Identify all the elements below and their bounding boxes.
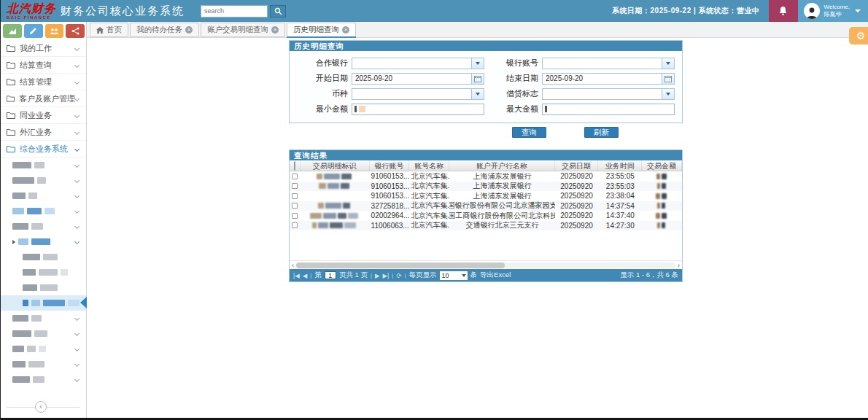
table-cell: 20250920 — [555, 182, 599, 192]
query-button[interactable]: 查询 — [512, 127, 546, 138]
table-cell: 交通银行北京三元支行 — [449, 221, 554, 231]
table-row[interactable]: 11006063...北京汽车集...交通银行北京三元支行2025092014:… — [290, 221, 682, 231]
scrollbar-track[interactable] — [296, 262, 675, 268]
scrollbar-thumb[interactable] — [296, 262, 505, 268]
currency-select[interactable] — [352, 88, 484, 100]
end-date-input[interactable]: 2025-09-20 — [542, 73, 675, 85]
column-header[interactable]: 交易明细标识 — [301, 160, 370, 171]
row-checkbox[interactable] — [292, 203, 298, 209]
redacted-block — [31, 223, 43, 230]
column-header[interactable]: 账号名称 — [409, 160, 449, 171]
table-row[interactable]: 91060153...北京汽车集...上海浦东发展银行2025092023:38… — [290, 191, 682, 201]
table-row[interactable]: 91060153...北京汽车集...上海浦东发展银行2025092023:55… — [290, 171, 682, 182]
page-number-input[interactable] — [325, 271, 336, 279]
notification-button[interactable] — [769, 0, 798, 22]
row-checkbox[interactable] — [292, 174, 298, 179]
sidebar-item-my-work[interactable]: 我的工作 — [1, 40, 86, 57]
sidebar-item-redacted[interactable] — [1, 372, 86, 387]
sidebar-item-redacted[interactable] — [1, 341, 86, 357]
start-date-value: 2025-09-20 — [352, 74, 392, 82]
user-menu[interactable]: Welcome, 陈胤华 — [798, 0, 868, 22]
tab-account-transaction-query[interactable]: 账户交易明细查询× — [201, 23, 285, 37]
tab-close-icon[interactable]: × — [271, 26, 279, 34]
start-date-label: 开始日期 — [295, 73, 348, 84]
row-checkbox[interactable] — [292, 193, 298, 199]
table-row[interactable]: 32725818...北京汽车集...中国银行股份有限公司北京潘家园支行2025… — [290, 201, 682, 211]
tab-close-icon[interactable]: × — [185, 26, 193, 34]
calendar-button[interactable] — [662, 74, 674, 84]
sidebar-item-redacted[interactable] — [1, 203, 86, 219]
sidebar-item-redacted[interactable] — [1, 311, 86, 326]
sidebar-item-forex-business[interactable]: 外汇业务 — [1, 124, 86, 141]
search-button[interactable] — [270, 5, 286, 18]
scroll-right-icon[interactable]: › — [678, 262, 680, 269]
sidebar-subitem-redacted[interactable] — [1, 249, 86, 265]
dropdown-arrow-button[interactable] — [662, 89, 674, 99]
debit-credit-select[interactable] — [542, 88, 675, 100]
folder-icon — [7, 44, 15, 52]
sidebar-item-redacted[interactable] — [1, 326, 86, 341]
prev-page-icon[interactable]: ◀ — [303, 272, 308, 279]
page-size-select[interactable]: 10 — [440, 271, 468, 280]
txn-id-redacted — [301, 182, 370, 192]
sidebar-collapse-button[interactable]: ‹ — [35, 401, 47, 413]
column-header[interactable]: 交易金额 — [642, 160, 682, 171]
last-page-icon[interactable]: ▶| — [383, 272, 390, 279]
sidebar-item-integrated-business-system[interactable]: 综合业务系统 — [1, 141, 86, 158]
sidebar-item-redacted[interactable] — [1, 158, 86, 173]
edit-button[interactable] — [24, 24, 43, 38]
settings-gear-button[interactable]: ⚙ — [849, 27, 868, 44]
refresh-icon[interactable]: ⟳ — [396, 272, 401, 279]
sidebar-item-interbank-business[interactable]: 同业业务 — [1, 107, 86, 124]
refresh-button[interactable]: 刷新 — [584, 127, 619, 138]
dropdown-arrow-button[interactable] — [471, 89, 484, 99]
tab-history-detail-query[interactable]: 历史明细查询× — [287, 23, 356, 37]
start-date-input[interactable]: 2025-09-20 — [352, 73, 484, 85]
calendar-button[interactable] — [471, 74, 484, 84]
redacted-block — [318, 222, 328, 228]
column-header[interactable]: 交易日期 — [555, 160, 599, 171]
sidebar-item-redacted[interactable] — [1, 234, 86, 249]
partner-bank-select[interactable] — [352, 58, 484, 69]
chevron-down-icon — [476, 62, 480, 65]
column-header[interactable]: 账户开户行名称 — [449, 160, 554, 171]
dropdown-arrow-button[interactable] — [471, 58, 484, 69]
next-page-icon[interactable]: ▶ — [375, 272, 380, 279]
table-row[interactable]: 02002964...北京汽车集...中国工商银行股份有限公司北京科技...20… — [290, 211, 682, 221]
sidebar-subitem-redacted-active[interactable] — [1, 295, 86, 311]
sidebar-item-settlement-query[interactable]: 结算查询 — [1, 57, 86, 74]
sidebar-item-redacted[interactable] — [1, 219, 86, 234]
column-header[interactable]: 业务时间 — [598, 160, 642, 171]
chart-button[interactable] — [3, 24, 22, 38]
sidebar-item-redacted[interactable] — [1, 173, 86, 188]
redacted-block — [12, 330, 31, 337]
table-row[interactable]: 91060153...北京汽车集...上海浦东发展银行2025092023:55… — [290, 182, 682, 192]
search-input[interactable] — [201, 5, 268, 18]
row-checkbox[interactable] — [292, 222, 298, 228]
sidebar-item-settlement-mgmt[interactable]: 结算管理 — [1, 74, 86, 90]
row-checkbox[interactable] — [292, 183, 298, 189]
users-button[interactable] — [45, 24, 64, 38]
table-cell: 北京汽车集... — [409, 211, 449, 221]
table-cell: 14:27:30 — [598, 221, 642, 231]
min-amount-input[interactable] — [352, 104, 484, 115]
row-checkbox[interactable] — [292, 213, 298, 219]
sidebar-item-redacted[interactable] — [1, 357, 86, 372]
dropdown-arrow-button[interactable] — [662, 58, 674, 69]
scroll-left-icon[interactable]: ‹ — [292, 262, 294, 269]
sidebar-item-customer-account-mgmt[interactable]: 客户及账户管理 — [1, 90, 86, 107]
max-amount-input[interactable] — [542, 104, 675, 115]
export-excel-button[interactable]: 导出Excel — [480, 271, 511, 280]
share-button[interactable] — [66, 24, 85, 38]
tab-todo-tasks[interactable]: 我的待办任务× — [130, 23, 199, 37]
tab-close-icon[interactable]: × — [342, 26, 349, 34]
select-all-checkbox[interactable] — [294, 161, 295, 171]
first-page-icon[interactable]: |◀ — [293, 272, 300, 279]
sidebar-item-redacted[interactable] — [1, 188, 86, 203]
bank-account-select[interactable] — [542, 58, 675, 69]
sidebar-subitem-redacted[interactable] — [1, 265, 86, 280]
sidebar-subitem-redacted[interactable] — [1, 280, 86, 295]
horizontal-scrollbar[interactable]: ‹ › — [290, 260, 682, 269]
tab-home[interactable]: 首页 — [90, 23, 128, 37]
column-header[interactable]: 银行账号 — [370, 160, 410, 171]
